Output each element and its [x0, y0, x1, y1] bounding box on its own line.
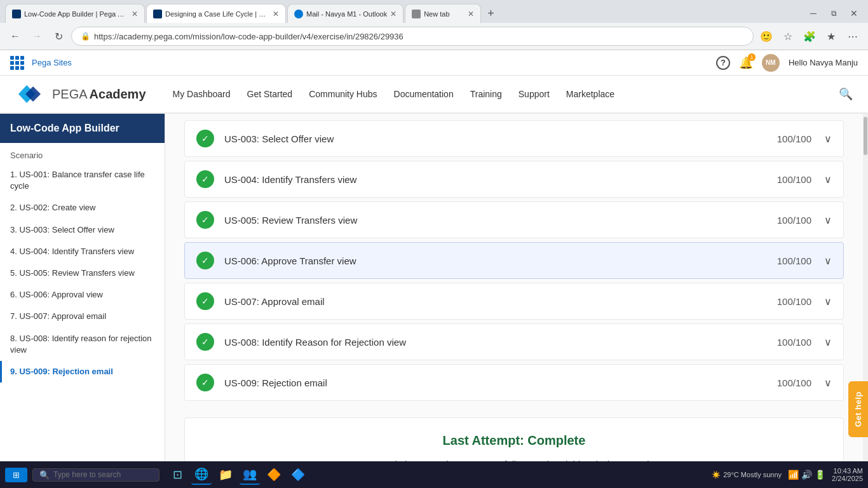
exercise-score-us004: 100/100 — [767, 174, 811, 185]
sidebar-item-9[interactable]: 9. US-009: Rejection email — [0, 361, 165, 383]
browser-tab-3[interactable]: Mail - Navya M1 - Outlook ✕ — [287, 4, 403, 23]
tab-title-4: New tab — [424, 10, 465, 18]
close-button[interactable]: ✕ — [845, 4, 863, 22]
content-area: ✓ US-003: Select Offer view 100/100 ∨ ✓ … — [165, 114, 863, 462]
main-container: Low-Code App Builder Scenario 1. US-001:… — [0, 114, 868, 462]
restore-button[interactable]: ⧉ — [825, 4, 843, 22]
academy-nav: PEGA Academy My Dashboard Get Started Co… — [0, 76, 868, 114]
emoji-icon[interactable]: 🙂 — [757, 27, 775, 45]
reload-button[interactable]: ↻ — [50, 27, 67, 45]
tab-favicon-4 — [412, 10, 421, 18]
sidebar-item-7[interactable]: 7. US-007: Approval email — [0, 306, 165, 327]
exercise-item-us005[interactable]: ✓ US-005: Review Transfers view 100/100 … — [184, 201, 844, 238]
nav-support[interactable]: Support — [512, 85, 556, 103]
grid-icon[interactable] — [10, 56, 24, 70]
logo-pega: PEGA — [52, 87, 88, 102]
chevron-icon-us009: ∨ — [824, 377, 832, 389]
notifications-bell[interactable]: 🔔 1 — [739, 56, 753, 70]
browser-chrome: Low-Code App Builder | Pega Ac... ✕ Desi… — [0, 0, 868, 50]
sidebar-header: Low-Code App Builder — [0, 114, 165, 143]
browser-tab-1[interactable]: Low-Code App Builder | Pega Ac... ✕ — [5, 4, 145, 23]
browser-tab-4[interactable]: New tab ✕ — [405, 4, 481, 23]
get-help-button[interactable]: Get help — [848, 381, 868, 437]
browser-tab-2[interactable]: Designing a Case Life Cycle | Peg... ✕ — [146, 4, 286, 23]
exercise-title-us003: US-003: Select Offer view — [224, 133, 767, 144]
chevron-icon-us008: ∨ — [824, 336, 832, 348]
sidebar-item-8[interactable]: 8. US-008: Identify reason for rejection… — [0, 328, 165, 361]
nav-marketplace[interactable]: Marketplace — [560, 85, 621, 103]
check-icon-us008: ✓ — [196, 333, 214, 351]
exercise-item-us007[interactable]: ✓ US-007: Approval email 100/100 ∨ — [184, 283, 844, 320]
sidebar-item-6[interactable]: 6. US-006: Approval view — [0, 284, 165, 306]
user-greeting: Hello Navya Manju — [789, 58, 858, 67]
nav-documentation[interactable]: Documentation — [388, 85, 460, 103]
exercise-score-us005: 100/100 — [767, 215, 811, 226]
completion-section: Last Attempt: Complete Congratulations. … — [184, 417, 844, 462]
tab-close-4[interactable]: ✕ — [468, 10, 474, 18]
favorites-icon[interactable]: ★ — [822, 27, 840, 45]
check-icon-us006: ✓ — [196, 252, 214, 269]
exercise-item-us006[interactable]: ✓ US-006: Approve Transfer view 100/100 … — [184, 242, 844, 279]
exercise-score-us008: 100/100 — [767, 337, 811, 348]
sidebar-item-2[interactable]: 2. US-002: Create view — [0, 197, 165, 219]
exercise-score-us006: 100/100 — [767, 255, 811, 266]
tab-close-3[interactable]: ✕ — [390, 10, 397, 18]
new-tab-button[interactable]: + — [482, 7, 499, 20]
tab-title-2: Designing a Case Life Cycle | Peg... — [165, 10, 269, 18]
exercise-item-us008[interactable]: ✓ US-008: Identify Reason for Rejection … — [184, 323, 844, 360]
tab-close-2[interactable]: ✕ — [273, 10, 279, 18]
exercise-item-us009[interactable]: ✓ US-009: Rejection email 100/100 ∨ — [184, 364, 844, 401]
check-icon-us009: ✓ — [196, 374, 214, 391]
tab-favicon-1 — [12, 10, 21, 18]
exercise-item-us003[interactable]: ✓ US-003: Select Offer view 100/100 ∨ — [184, 120, 844, 157]
browser-tabs: Low-Code App Builder | Pega Ac... ✕ Desi… — [0, 0, 868, 23]
exercise-title-us005: US-005: Review Transfers view — [224, 215, 767, 226]
tab-title-3: Mail - Navya M1 - Outlook — [306, 10, 387, 18]
logo-academy: Academy — [90, 87, 146, 102]
chevron-icon-us005: ∨ — [824, 214, 832, 226]
exercise-list: ✓ US-003: Select Offer view 100/100 ∨ ✓ … — [165, 114, 863, 411]
pega-sites-left: Pega Sites — [10, 56, 72, 70]
nav-links: My Dashboard Get Started Community Hubs … — [166, 85, 839, 103]
tab-close-1[interactable]: ✕ — [132, 10, 138, 18]
exercise-title-us008: US-008: Identify Reason for Rejection vi… — [224, 337, 767, 348]
nav-community-hubs[interactable]: Community Hubs — [302, 85, 383, 103]
browser-toolbar: ← → ↻ 🔒 https://academy.pega.com/mission… — [0, 23, 868, 50]
check-icon-us004: ✓ — [196, 170, 214, 188]
sidebar-item-3[interactable]: 3. US-003: Select Offer view — [0, 219, 165, 241]
pega-sites-label[interactable]: Pega Sites — [32, 58, 72, 67]
search-icon[interactable]: 🔍 — [839, 87, 853, 101]
nav-get-started[interactable]: Get Started — [241, 85, 299, 103]
url-text: https://academy.pega.com/mission/low-cod… — [94, 32, 403, 41]
exercise-item-us004[interactable]: ✓ US-004: Identify Transfers view 100/10… — [184, 161, 844, 198]
minimize-button[interactable]: ─ — [804, 4, 822, 22]
tab-favicon-2 — [153, 10, 162, 18]
avatar[interactable]: NM — [762, 54, 780, 72]
chevron-icon-us006: ∨ — [824, 255, 832, 267]
help-icon[interactable]: ? — [716, 56, 730, 70]
check-icon-us005: ✓ — [196, 211, 214, 229]
exercise-score-us007: 100/100 — [767, 296, 811, 307]
scroll-thumb[interactable] — [864, 117, 867, 155]
sidebar-scenario-label: Scenario — [0, 143, 165, 164]
completion-title: Last Attempt: Complete — [204, 433, 824, 448]
pega-sites-right: ? 🔔 1 NM Hello Navya Manju — [716, 54, 858, 72]
nav-my-dashboard[interactable]: My Dashboard — [166, 85, 237, 103]
forward-button[interactable]: → — [28, 27, 46, 45]
nav-training[interactable]: Training — [464, 85, 508, 103]
pega-logo-svg — [15, 83, 47, 105]
chevron-icon-us003: ∨ — [824, 133, 832, 145]
exercise-title-us004: US-004: Identify Transfers view — [224, 174, 767, 185]
sidebar-item-1[interactable]: 1. US-001: Balance transfer case life cy… — [0, 164, 165, 197]
bookmark-icon[interactable]: ☆ — [779, 27, 797, 45]
address-bar[interactable]: 🔒 https://academy.pega.com/mission/low-c… — [71, 27, 754, 46]
menu-icon[interactable]: ⋯ — [844, 27, 862, 45]
sidebar-item-4[interactable]: 4. US-004: Identify Transfers view — [0, 241, 165, 262]
back-button[interactable]: ← — [6, 27, 24, 45]
academy-logo[interactable]: PEGA Academy — [15, 83, 146, 105]
extensions-icon[interactable]: 🧩 — [801, 27, 818, 45]
notification-badge: 1 — [748, 53, 756, 61]
pega-sites-bar: Pega Sites ? 🔔 1 NM Hello Navya Manju — [0, 50, 868, 76]
exercise-title-us006: US-006: Approve Transfer view — [224, 255, 767, 266]
sidebar-item-5[interactable]: 5. US-005: Review Transfers view — [0, 262, 165, 284]
